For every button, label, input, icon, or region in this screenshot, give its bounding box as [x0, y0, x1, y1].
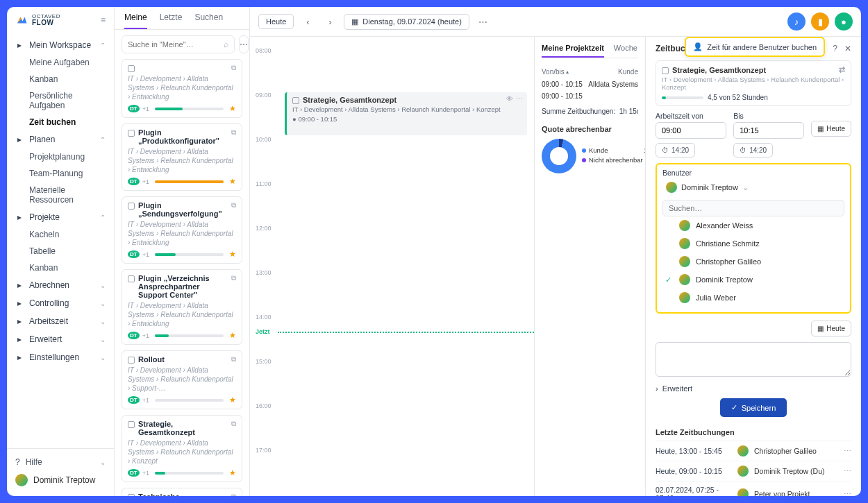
today-chip[interactable]: ▦ Heute	[811, 121, 851, 137]
task-tab-suchen[interactable]: Suchen	[194, 12, 223, 29]
inspector: Meine ProjektzeitWoche Von/bis ▴ Kunde 0…	[535, 37, 646, 496]
toolbar-more-button[interactable]: ⋯	[475, 13, 492, 30]
swap-icon[interactable]: ⇄	[839, 65, 845, 74]
checkbox-icon[interactable]	[128, 275, 135, 282]
nav-item-persönliche-aufgaben[interactable]: Persönliche Aufgaben	[7, 87, 114, 114]
checkbox-icon[interactable]	[128, 357, 135, 364]
task-tab-letzte[interactable]: Letzte	[160, 12, 183, 29]
nav-group-einstellungen[interactable]: ▸Einstellungen⌄	[7, 348, 114, 366]
current-user[interactable]: Dominik Treptow	[15, 470, 106, 491]
nav-item-tabelle[interactable]: Tabelle	[7, 243, 114, 259]
task-card[interactable]: Plugin „Verzeichnis Ansprechpartner Supp…	[122, 269, 242, 345]
search-input[interactable]: ⌕	[122, 35, 235, 53]
nav-item-projektplanung[interactable]: Projektplanung	[7, 148, 114, 165]
prev-day-button[interactable]: ‹	[299, 13, 316, 30]
book-for-others-popover[interactable]: 👤 Zeit für andere Benutzer buchen	[685, 37, 825, 57]
inspector-tab[interactable]: Meine Projektzeit	[542, 44, 604, 58]
nav-group-erweitert[interactable]: ▸Erweitert⌄	[7, 330, 114, 348]
nav-item-kanban[interactable]: Kanban	[7, 71, 114, 87]
recent-row[interactable]: 02.07.2024, 07:25 - 07:40Peter von Proje…	[656, 481, 851, 496]
checkbox-icon[interactable]	[128, 421, 135, 428]
sidebar-bottom: ? Hilfe ⌄ Dominik Treptow	[7, 448, 114, 496]
star-icon[interactable]: ★	[229, 250, 236, 259]
from-chip[interactable]: ⏱ 14:20	[656, 143, 695, 157]
sidebar-toggle-icon[interactable]: ≡	[101, 15, 106, 25]
notification-button[interactable]: ♪	[787, 12, 806, 31]
task-card[interactable]: Technische Unterstützung ⧉ IT › Developm…	[122, 488, 242, 496]
nav-group-controlling[interactable]: ▸Controlling⌄	[7, 294, 114, 312]
chevron-right-icon: ›	[656, 384, 658, 393]
to-input[interactable]	[733, 122, 804, 139]
user-option[interactable]: Julia Weber	[662, 289, 844, 307]
user-option[interactable]: Alexander Weiss	[662, 216, 844, 235]
help-link[interactable]: ? Hilfe ⌄	[15, 454, 106, 470]
nav-group-projekte[interactable]: ▸Projekte⌃	[7, 208, 114, 226]
copy-icon[interactable]: ⧉	[231, 420, 236, 428]
nav-item-materielle-ressourcen[interactable]: Materielle Ressourcen	[7, 182, 114, 208]
copy-icon[interactable]: ⧉	[231, 201, 236, 210]
nav-group-abrechnen[interactable]: ▸Abrechnen⌄	[7, 276, 114, 294]
recent-row[interactable]: Heute, 09:00 - 10:15Dominik Treptow (Du)…	[656, 461, 851, 481]
checkbox-icon[interactable]	[128, 203, 135, 210]
star-icon[interactable]: ★	[229, 331, 236, 340]
more-button[interactable]: ⋯	[239, 35, 249, 53]
note-textarea[interactable]	[656, 342, 851, 377]
expand-toggle[interactable]: › Erweitert	[656, 384, 851, 393]
checkbox-icon[interactable]	[128, 494, 135, 496]
star-icon[interactable]: ★	[229, 468, 236, 477]
timeline-event[interactable]: 👁⋯ Strategie, Gesamtkonzept IT › Develop…	[285, 92, 527, 135]
user-option[interactable]: ✓Dominik Treptow	[662, 271, 844, 289]
today-button[interactable]: Heute	[258, 14, 294, 29]
task-card[interactable]: Plugin „Produktkonfigurator" ⧉ IT › Deve…	[122, 123, 242, 191]
nav-item-team-planung[interactable]: Team-Planung	[7, 165, 114, 182]
from-input[interactable]	[656, 122, 726, 139]
nav-item-kanban[interactable]: Kanban	[7, 259, 114, 276]
date-picker[interactable]: ▦ Dienstag, 09.07.2024 (heute)	[344, 14, 469, 30]
nav-item-zeit-buchen[interactable]: Zeit buchen	[7, 114, 114, 130]
save-button[interactable]: ✓ Speichern	[720, 398, 787, 417]
star-icon[interactable]: ★	[229, 177, 236, 186]
more-icon[interactable]: ⋯	[844, 467, 851, 475]
inspector-row[interactable]: 09:00 - 10:15 Alldata Systems	[542, 78, 638, 90]
copy-icon[interactable]: ⧉	[231, 274, 236, 282]
chevron-icon: ⌄	[100, 354, 106, 361]
task-card[interactable]: Strategie, Gesamtkonzept ⧉ IT › Developm…	[122, 415, 242, 482]
user-search-input[interactable]	[662, 200, 844, 216]
recent-row[interactable]: Heute, 13:00 - 15:45Christopher Galileo⋯	[656, 441, 851, 461]
task-card[interactable]: Plugin „Sendungsverfolgung" ⧉ IT › Devel…	[122, 196, 242, 264]
copy-icon[interactable]: ⧉	[231, 64, 236, 72]
nav-group-arbeitszeit[interactable]: ▸Arbeitszeit⌄	[7, 312, 114, 330]
more-icon[interactable]: ⋯	[844, 447, 851, 455]
nav-item-meine-aufgaben[interactable]: Meine Aufgaben	[7, 54, 114, 71]
checkbox-icon[interactable]	[128, 65, 135, 72]
star-icon[interactable]: ★	[229, 395, 236, 404]
nav-item-kacheln[interactable]: Kacheln	[7, 226, 114, 243]
person-icon: 👤	[693, 42, 703, 51]
inspector-tab[interactable]: Woche	[614, 44, 637, 58]
next-day-button[interactable]: ›	[322, 13, 338, 30]
user-option[interactable]: Christopher Galileo	[662, 253, 844, 271]
copy-icon[interactable]: ⧉	[231, 493, 236, 496]
ext-icon: ▸	[15, 334, 24, 344]
nav-group-planen[interactable]: ▸Planen⌃	[7, 130, 114, 148]
nav-group-mein-workspace[interactable]: ▸Mein Workspace⌃	[7, 36, 114, 54]
bookmark-button[interactable]: ▮	[811, 12, 829, 31]
task-card[interactable]: Rollout ⧉ IT › Development › Alldata Sys…	[122, 350, 242, 409]
help-icon[interactable]: ?	[833, 44, 837, 53]
task-card[interactable]: ⧉ IT › Development › Alldata Systems › R…	[122, 59, 242, 118]
copy-icon[interactable]: ⧉	[231, 355, 236, 364]
close-icon[interactable]: ✕	[844, 44, 851, 53]
today-chip-2[interactable]: ▦ Heute	[811, 321, 851, 336]
star-icon[interactable]: ★	[229, 104, 236, 113]
more-icon[interactable]: ⋯	[844, 490, 851, 496]
inspector-row[interactable]: 09:00 - 10:15	[542, 90, 638, 102]
user-option[interactable]: Christiane Schmitz	[662, 235, 844, 253]
avatar	[737, 488, 749, 496]
to-chip[interactable]: ⏱ 14:20	[733, 143, 773, 157]
task-tab-meine[interactable]: Meine	[124, 12, 147, 29]
copy-icon[interactable]: ⧉	[231, 128, 236, 137]
quote-title: Quote abrechenbar	[542, 125, 638, 133]
status-button[interactable]: ●	[835, 12, 853, 31]
checkbox-icon[interactable]	[128, 130, 135, 137]
user-select[interactable]: Dominik Treptow ⌄	[662, 179, 844, 196]
